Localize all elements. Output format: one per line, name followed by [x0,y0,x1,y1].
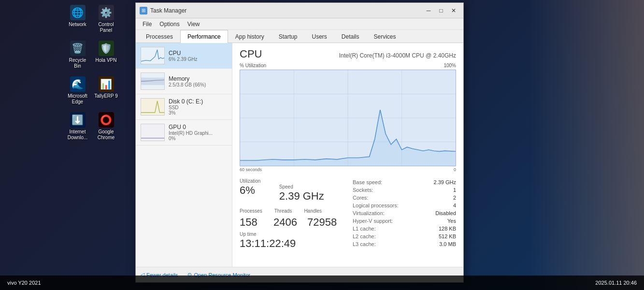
uptime-value: 13:11:22:49 [240,237,343,250]
tab-users[interactable]: Users [304,30,334,43]
main-content: CPU 6% 2.39 GHz Memory [136,43,463,267]
cpu-detail: 6% 2.39 GHz [169,57,227,62]
spec-l1: L1 cache: 128 KB [353,225,456,232]
memory-detail: 2.5/3.8 GB (66%) [169,82,227,87]
tab-app-history[interactable]: App history [228,30,272,43]
tab-startup[interactable]: Startup [272,30,305,43]
stats-area: Utilization 6% Speed 2.39 GHz [240,178,456,250]
resource-gpu[interactable]: GPU 0 Intel(R) HD Graphi... 0% [136,120,232,145]
resource-disk[interactable]: Disk 0 (C: E:) SSD 3% [136,94,232,120]
cpu-subtitle: Intel(R) Core(TM) i3-4000M CPU @ 2.40GHz [339,52,456,59]
uptime-label: Up time [240,232,343,237]
resource-memory[interactable]: Memory 2.5/3.8 GB (66%) [136,69,232,94]
disk-usage: 3% [169,110,227,116]
spec-sockets: Sockets: 1 [353,186,456,194]
memory-info: Memory 2.5/3.8 GB (66%) [169,75,227,87]
tab-bar: Processes Performance App history Startu… [136,30,463,43]
taskbar: vivo Y20 2021 2025.01.11 20:46 [0,276,644,290]
svg-rect-0 [141,47,164,64]
disk-name: Disk 0 (C: E:) [169,98,227,105]
desktop-icon-chrome[interactable]: ⭕ Google Chrome [94,112,118,141]
window-title: Task Manager [150,7,420,14]
chart-labels: % Utilization 100% [240,63,456,68]
time-axis: 60 seconds 0 [240,167,456,172]
menu-file[interactable]: File [139,19,156,29]
resource-list: CPU 6% 2.39 GHz Memory [136,43,232,267]
desktop-icon-idm[interactable]: ⬇️ Internet Downlo... [65,112,90,141]
time-left: 60 seconds [240,167,262,172]
spec-base-speed: Base speed: 2.39 GHz [353,178,456,186]
taskbar-brand: vivo Y20 2021 [7,280,41,286]
desktop-icon-network[interactable]: 🌐 Network [65,5,90,33]
utilization-stat-label: Utilization [240,178,324,184]
cpu-title: CPU [240,48,262,60]
gpu-usage: 0% [169,136,227,141]
menu-bar: File Options View [136,18,463,30]
threads-label: Threads [274,208,292,214]
taskbar-datetime: 2025.01.11 20:46 [595,280,637,286]
gpu-model: Intel(R) HD Graphi... [169,130,227,136]
disk-type: SSD [169,105,227,110]
window-controls: ─ □ ✕ [423,6,459,15]
desktop-icon-hola-vpn[interactable]: 🛡️ Hola VPN [94,41,118,69]
desktop-icon-control-panel[interactable]: ⚙️ Control Panel [94,5,118,33]
speed-value: 2.39 GHz [279,190,324,203]
cpu-thumbnail [141,47,165,64]
tab-processes[interactable]: Processes [139,30,180,43]
desktop-icon-tally[interactable]: 📊 TallyERP 9 [94,76,118,105]
cpu-name: CPU [169,50,227,57]
desktop-icons-area: 🌐 Network ⚙️ Control Panel 🗑️ Recycle Bi… [63,0,121,280]
time-right: 0 [454,167,456,172]
tab-services[interactable]: Services [367,30,403,43]
cpu-info: CPU 6% 2.39 GHz [169,50,227,62]
disk-thumbnail [141,98,165,116]
window-icon: ⊞ [140,7,147,14]
gpu-thumbnail [141,124,165,141]
gpu-info: GPU 0 Intel(R) HD Graphi... 0% [169,124,227,141]
specs-table: Base speed: 2.39 GHz Sockets: 1 Cores: 2 [353,178,456,248]
tab-performance[interactable]: Performance [180,30,228,43]
memory-name: Memory [169,75,227,82]
desktop-background-right [451,0,644,290]
title-bar: ⊞ Task Manager ─ □ ✕ [136,3,463,18]
handles-value: 72958 [307,216,337,229]
spec-virtualization: Virtualization: Disabled [353,209,456,217]
task-manager-window: ⊞ Task Manager ─ □ ✕ File Options View P… [135,2,464,283]
spec-l3: L3 cache: 3.0 MB [353,240,456,248]
disk-info: Disk 0 (C: E:) SSD 3% [169,98,227,116]
spec-hyperv: Hyper-V support: Yes [353,217,456,225]
desktop-icon-recycle-bin[interactable]: 🗑️ Recycle Bin [65,41,90,69]
memory-thumbnail [141,72,165,90]
detail-panel: CPU Intel(R) Core(TM) i3-4000M CPU @ 2.4… [232,43,463,267]
stats-right: Base speed: 2.39 GHz Sockets: 1 Cores: 2 [353,178,456,250]
desktop-icon-edge[interactable]: 🌊 Microsoft Edge [65,76,90,105]
maximize-button[interactable]: □ [435,6,447,15]
gpu-name: GPU 0 [169,124,227,130]
processes-label: Processes [240,208,262,214]
spec-logical-processors: Logical processors: 4 [353,202,456,209]
processes-value: 158 [240,216,264,229]
close-button[interactable]: ✕ [448,6,459,15]
utilization-value: 6% [240,184,255,197]
menu-options[interactable]: Options [156,19,183,29]
speed-label: Speed [279,184,324,189]
max-label: 100% [444,63,456,68]
detail-header: CPU Intel(R) Core(TM) i3-4000M CPU @ 2.4… [240,48,456,60]
tab-details[interactable]: Details [334,30,367,43]
utilization-label: % Utilization [240,63,266,68]
menu-view[interactable]: View [184,19,204,29]
spec-l2: L2 cache: 512 KB [353,232,456,240]
threads-value: 2406 [273,216,300,229]
stats-left: Utilization 6% Speed 2.39 GHz [240,178,343,250]
handles-label: Handles [304,208,322,214]
minimize-button[interactable]: ─ [423,6,434,15]
desktop: 🌐 Network ⚙️ Control Panel 🗑️ Recycle Bi… [0,0,644,290]
resource-cpu[interactable]: CPU 6% 2.39 GHz [136,43,232,69]
cpu-chart [240,70,456,166]
utilization-group: Utilization 6% Speed 2.39 GHz [240,178,324,203]
spec-cores: Cores: 2 [353,194,456,202]
